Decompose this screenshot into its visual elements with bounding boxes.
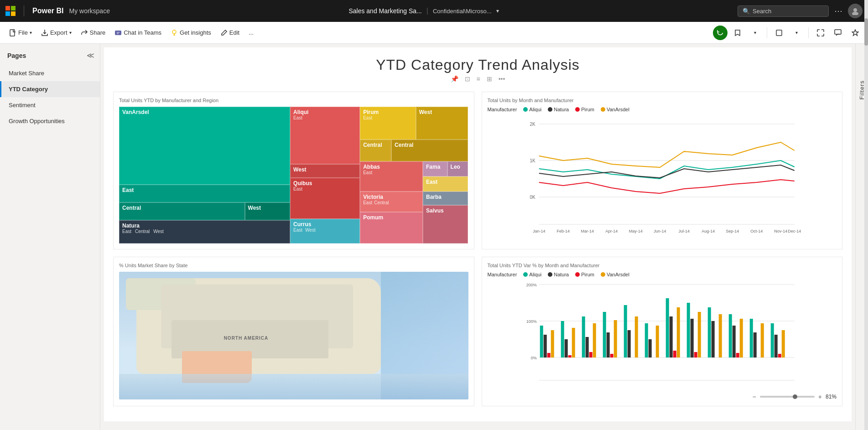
sidebar-title: Pages (7, 52, 26, 59)
treemap-cell-pirum[interactable]: Pirum East (360, 107, 416, 140)
treemap-cell-salvus[interactable]: Salvus (423, 205, 468, 243)
svg-text:2K: 2K (530, 122, 535, 127)
svg-rect-45 (582, 316, 585, 357)
svg-rect-46 (585, 337, 588, 357)
treemap-cell-east-band[interactable]: East (423, 176, 468, 192)
svg-rect-80 (760, 323, 764, 357)
chart-legend: Manufacturer Aliqui Natura Pirum VanArsd… (488, 107, 837, 112)
format-icon[interactable]: ≡ (477, 75, 480, 83)
svg-rect-81 (770, 323, 774, 357)
expand-icon[interactable]: ⊞ (487, 75, 492, 83)
svg-rect-78 (753, 332, 756, 357)
scrollbar-thumb[interactable] (864, 18, 868, 46)
refresh-button[interactable] (713, 26, 728, 40)
treemap-cell-natura[interactable]: Natura East Central West (119, 220, 290, 243)
treemap-cell-pomum[interactable]: Pomum (360, 212, 423, 243)
view-chevron[interactable]: ▾ (789, 26, 804, 40)
star-button[interactable] (848, 26, 863, 40)
file-button[interactable]: File ▾ (5, 27, 36, 39)
fullscreen-button[interactable] (813, 26, 828, 40)
svg-rect-38 (543, 335, 546, 357)
svg-rect-40 (551, 330, 554, 357)
treemap-cell-currus[interactable]: Currus EastWest (290, 219, 360, 243)
svg-rect-82 (774, 335, 777, 357)
svg-rect-2 (5, 11, 10, 16)
svg-rect-70 (711, 321, 714, 357)
barchart-svg: 200% 100% 0% (488, 280, 837, 389)
treemap-container[interactable]: VanArsdel East Central West (119, 107, 468, 243)
more-toolbar-button[interactable]: ... (245, 27, 257, 38)
svg-text:Aug-14: Aug-14 (702, 229, 715, 233)
svg-rect-1 (11, 6, 16, 10)
svg-rect-42 (564, 339, 567, 357)
sidebar-item-market-share[interactable]: Market Share (0, 65, 100, 81)
map-north-america-label: NORTH AMERICA (224, 336, 269, 341)
treemap-cell-leo[interactable]: Leo (447, 161, 468, 176)
treemap-cell-vanarsdel-central[interactable]: Central (119, 202, 245, 220)
svg-rect-9 (776, 30, 782, 36)
treemap-cell-west[interactable]: West (416, 107, 468, 140)
treemap-cell-aliqui-west[interactable]: West (290, 164, 360, 178)
title-chevron[interactable]: ▾ (496, 8, 499, 14)
svg-rect-72 (718, 314, 722, 357)
bookmark-button[interactable] (730, 26, 745, 40)
treemap-cell-aliqui[interactable]: Aliqui East (290, 107, 360, 164)
svg-text:200%: 200% (526, 283, 536, 287)
workspace-label[interactable]: My workspace (69, 7, 109, 15)
edit-button[interactable]: Edit (217, 27, 243, 39)
title-icons: 📌 ⊡ ≡ ⊞ ••• (113, 75, 842, 83)
svg-rect-51 (610, 354, 613, 357)
pin-icon[interactable]: 📌 (451, 75, 458, 83)
export-button[interactable]: Export ▾ (37, 27, 75, 39)
treemap-cell-central2[interactable]: Central (391, 140, 468, 161)
share-button[interactable]: Share (77, 27, 109, 39)
export-chevron: ▾ (69, 30, 72, 35)
map-container[interactable]: NORTH AMERICA (119, 272, 468, 399)
chat-button[interactable]: Chat in Teams (111, 27, 165, 39)
svg-rect-74 (732, 326, 735, 357)
treemap-cell-vanarsdel-west[interactable]: West (245, 202, 291, 220)
svg-text:Jan-14: Jan-14 (532, 229, 545, 233)
svg-text:Nov-14: Nov-14 (774, 229, 787, 233)
legend-aliqui: Aliqui (523, 107, 541, 112)
copy-icon[interactable]: ⊡ (465, 75, 470, 83)
scrollbar-right[interactable] (864, 0, 868, 430)
treemap-cell-vanarsdel-east[interactable]: East (119, 185, 290, 202)
treemap-cell-quibus[interactable]: Quibus East (290, 178, 360, 219)
treemap-cell-barba[interactable]: Barba (423, 192, 468, 205)
treemap-cell-central1[interactable]: Central (360, 140, 391, 161)
zoom-slider[interactable] (760, 396, 815, 398)
insights-button[interactable]: Get insights (167, 27, 215, 39)
search-box[interactable]: 🔍 Search (738, 5, 829, 17)
treemap-cell-abbas[interactable]: Abbas East (360, 161, 423, 192)
filters-label[interactable]: Filters (858, 80, 865, 99)
top-navigation: Power BI My workspace Sales and Marketin… (0, 0, 868, 22)
sidebar-item-growth-opportunities[interactable]: Growth Opportunities (0, 113, 100, 129)
comment-button[interactable] (831, 26, 845, 40)
treemap-cell-vanarsdel[interactable]: VanArsdel (119, 107, 290, 185)
svg-point-4 (853, 8, 857, 12)
svg-text:Apr-14: Apr-14 (605, 229, 618, 233)
svg-text:May-14: May-14 (629, 229, 642, 233)
legend-natura: Natura (548, 107, 569, 112)
svg-rect-66 (690, 319, 693, 357)
report-main-title: YTD Category Trend Analysis (113, 57, 842, 73)
bookmark-chevron[interactable]: ▾ (748, 26, 762, 40)
svg-text:1K: 1K (530, 158, 535, 163)
view-button[interactable] (772, 26, 786, 40)
treemap-label: Total Units YTD by Manufacturer and Regi… (119, 98, 468, 103)
treemap-cell-fama[interactable]: Fama (423, 161, 447, 176)
user-avatar[interactable] (848, 4, 863, 18)
sidebar-item-sentiment[interactable]: Sentiment (0, 97, 100, 113)
zoom-plus[interactable]: + (818, 393, 822, 400)
sidebar-collapse-button[interactable]: ≪ (87, 51, 94, 60)
treemap-cell-victoria[interactable]: Victoria EastCentral (360, 192, 423, 212)
options-icon[interactable]: ••• (499, 75, 505, 83)
zoom-minus[interactable]: − (753, 393, 756, 400)
sep1 (767, 27, 767, 38)
svg-rect-53 (624, 305, 627, 357)
more-icon[interactable]: ⋯ (834, 6, 842, 16)
sidebar-item-ytd-category[interactable]: YTD Category (0, 81, 100, 97)
zoom-controls: − + 81% (488, 393, 837, 400)
svg-rect-69 (707, 307, 711, 357)
